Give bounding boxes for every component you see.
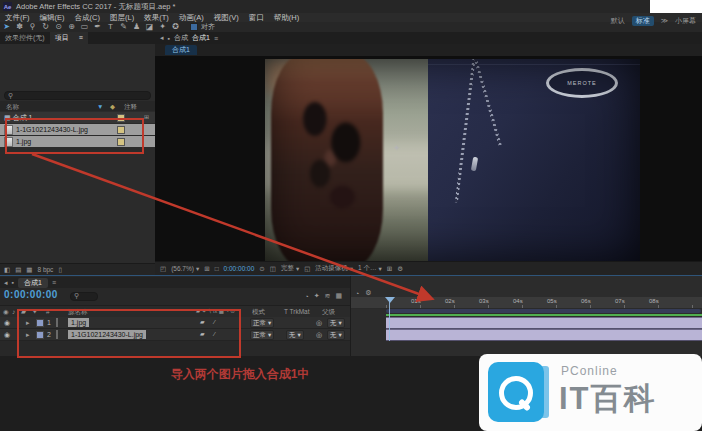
project-item-footage-1[interactable]: 1-1G1021243430-L.jpg: [0, 124, 155, 135]
channels-icon[interactable]: ◫: [270, 265, 276, 273]
layer-duration-bar-1[interactable]: [386, 317, 702, 329]
parent-dropdown[interactable]: 无 ▾: [327, 330, 345, 340]
layer-label-swatch[interactable]: [36, 331, 44, 339]
menu-view[interactable]: 视图(V): [209, 13, 244, 22]
column-mode[interactable]: 模式: [252, 306, 265, 317]
blend-mode-dropdown[interactable]: 正常 ▾: [250, 330, 274, 340]
layer-name[interactable]: 1-1G1021243430-L.jpg: [68, 330, 146, 339]
live-update-icon[interactable]: ◔: [304, 293, 308, 300]
workspace-overflow[interactable]: ≫: [661, 17, 668, 25]
project-item-composition[interactable]: ▦ 合成 1 ⊞: [0, 112, 155, 123]
hand-tool-icon[interactable]: ✽: [13, 22, 26, 32]
menu-edit[interactable]: 编辑(E): [35, 13, 70, 22]
shape-tool-icon[interactable]: ▭: [78, 22, 91, 32]
clone-stamp-tool-icon[interactable]: ♟: [130, 22, 143, 32]
menu-composition[interactable]: 合成(C): [70, 13, 105, 22]
column-name[interactable]: 名称: [6, 101, 19, 112]
column-trkmat[interactable]: T TrkMat: [284, 306, 310, 317]
exposure-icon[interactable]: ⚙: [397, 265, 403, 273]
brush-tool-icon[interactable]: ✎: [117, 22, 130, 32]
eye-icon[interactable]: ◉: [4, 329, 10, 340]
trash-icon[interactable]: ▯: [58, 266, 62, 274]
pixel-aspect-icon[interactable]: ⊞: [387, 265, 392, 273]
menu-layer[interactable]: 图层(L): [105, 13, 139, 22]
rotation-tool-icon[interactable]: ↻: [39, 22, 52, 32]
quality-switch-icon[interactable]: ▰: [200, 317, 205, 328]
timeline-search-input[interactable]: ⚲: [66, 292, 102, 300]
workspace-small-screen[interactable]: 小屏幕: [675, 16, 696, 26]
eraser-tool-icon[interactable]: ◪: [143, 22, 156, 32]
tab-project[interactable]: 项目: [50, 32, 74, 44]
menu-animation[interactable]: 动画(A): [174, 13, 209, 22]
view-layout-dropdown[interactable]: 1 个… ▾: [358, 264, 382, 273]
project-item-footage-2[interactable]: 1.jpg: [0, 136, 155, 147]
menu-window[interactable]: 窗口: [244, 13, 269, 22]
resolution-dropdown[interactable]: 完整 ▾: [281, 264, 299, 273]
timeline-comp-tab[interactable]: 合成1: [18, 278, 48, 288]
expand-arrow-icon[interactable]: ▸: [26, 329, 30, 340]
composition-viewer[interactable]: MEROTE ✦: [155, 56, 702, 262]
workspace-standard[interactable]: 标准: [632, 16, 654, 26]
marker-icon[interactable]: ◔: [355, 290, 359, 297]
workspace-default[interactable]: 默认: [611, 16, 625, 26]
zoom-tool-icon[interactable]: ⚲: [26, 22, 39, 32]
panel-menu-icon[interactable]: ≡: [52, 279, 56, 286]
work-area-bar[interactable]: [386, 309, 701, 313]
panel-menu-icon[interactable]: ≡: [74, 32, 88, 44]
roi-icon[interactable]: ◱: [304, 265, 310, 273]
column-parent[interactable]: 父级: [322, 306, 335, 317]
tab-composition-type[interactable]: 合成: [174, 33, 188, 43]
parent-dropdown[interactable]: 无 ▾: [327, 318, 345, 328]
pickwhip-icon[interactable]: ◎: [316, 329, 322, 340]
tab-composition-name[interactable]: 合成1: [192, 33, 210, 43]
fx-switch-icon[interactable]: ∕: [214, 329, 215, 340]
new-composition-icon[interactable]: ▦: [26, 266, 32, 274]
menu-help[interactable]: 帮助(H): [269, 13, 304, 22]
label-color-swatch[interactable]: [117, 126, 125, 134]
timeline-timecode[interactable]: 0:00:00:00: [4, 289, 58, 300]
pickwhip-icon[interactable]: ◎: [316, 317, 322, 328]
snapshot-icon[interactable]: ⊙: [259, 265, 264, 273]
label-color-swatch[interactable]: [117, 138, 125, 146]
magnification-dropdown[interactable]: (56.7%) ▾: [171, 265, 199, 273]
viewer-comp-tab[interactable]: 合成1: [165, 45, 197, 55]
menu-effect[interactable]: 效果(T): [139, 13, 174, 22]
quality-switch-icon[interactable]: ▰: [200, 329, 205, 340]
graph-editor-icon[interactable]: ▦: [335, 292, 342, 300]
menu-file[interactable]: 文件(F): [0, 13, 35, 22]
layer-name[interactable]: 1.jpg: [68, 318, 89, 327]
column-comment[interactable]: 注释: [124, 101, 137, 112]
roto-brush-tool-icon[interactable]: ✦: [156, 22, 169, 32]
layer-row-2[interactable]: ◉ ▸ 2 1-1G1021243430-L.jpg ▰ ∕ 正常 ▾ 无 ▾ …: [0, 329, 350, 341]
layer-label-swatch[interactable]: [36, 319, 44, 327]
bit-depth-label[interactable]: 8 bpc: [37, 266, 53, 273]
puppet-pin-tool-icon[interactable]: ✪: [169, 22, 182, 32]
back-icon[interactable]: ◂: [160, 34, 164, 42]
camera-view-dropdown[interactable]: 活动摄像机 ▾: [315, 264, 353, 273]
frame-blend-icon[interactable]: ≋: [325, 292, 331, 300]
mask-toggle-icon[interactable]: □: [215, 265, 219, 272]
interpret-footage-icon[interactable]: ◧: [4, 266, 10, 274]
sort-icon[interactable]: ▼: [97, 101, 103, 112]
eye-icon[interactable]: ◉: [4, 317, 10, 328]
viewer-timecode[interactable]: 0:00:00:00: [224, 265, 255, 272]
expand-arrow-icon[interactable]: ▸: [26, 317, 30, 328]
label-color-swatch[interactable]: [117, 114, 125, 122]
blend-mode-dropdown[interactable]: 正常 ▾: [250, 318, 274, 328]
fx-switch-icon[interactable]: ∕: [214, 317, 215, 328]
settings-icon[interactable]: ⚙: [365, 289, 371, 297]
motion-blur-icon[interactable]: ✦: [314, 292, 320, 300]
pan-behind-tool-icon[interactable]: ⊕: [65, 22, 78, 32]
layer-duration-bar-2[interactable]: [386, 329, 702, 341]
new-folder-icon[interactable]: ▤: [15, 266, 21, 274]
camera-tool-icon[interactable]: ⊙: [52, 22, 65, 32]
back-icon[interactable]: ◂: [4, 279, 8, 287]
trkmat-dropdown[interactable]: 无 ▾: [286, 330, 304, 340]
layer-row-1[interactable]: ◉ ▸ 1 1.jpg ▰ ∕ 正常 ▾ ◎ 无 ▾: [0, 317, 350, 329]
label-column-icon[interactable]: ◆: [110, 101, 115, 112]
panel-menu-icon[interactable]: ≡: [214, 35, 218, 42]
tab-effect-controls[interactable]: 效果控件(无): [0, 32, 50, 44]
time-ruler[interactable]: 01s 02s 03s 04s 05s 06s 07s 08s: [351, 297, 702, 309]
type-tool-icon[interactable]: T: [104, 22, 117, 32]
pen-tool-icon[interactable]: ✒: [91, 22, 104, 32]
